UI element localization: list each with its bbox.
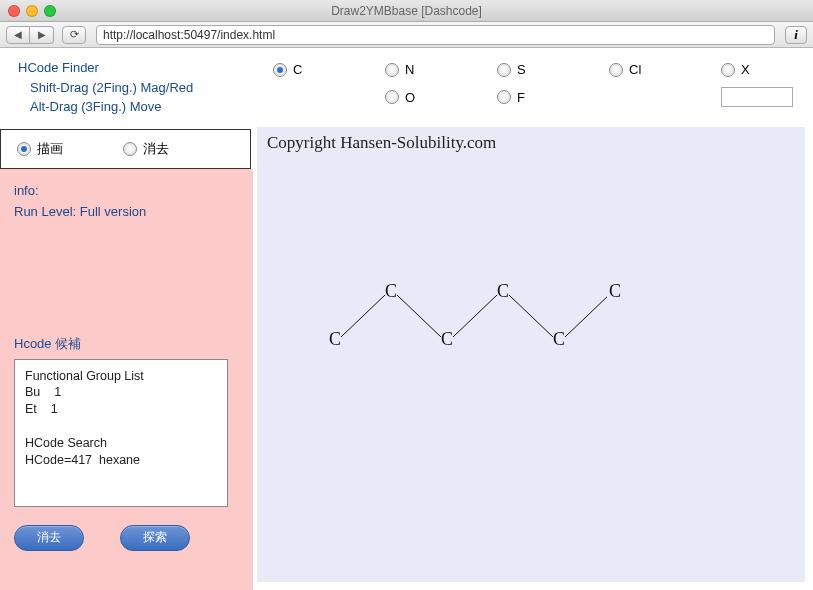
mode-erase-label: 消去 — [143, 140, 169, 158]
browser-toolbar: ◀ ▶ ⟳ i — [0, 22, 813, 48]
radio-icon — [123, 142, 137, 156]
info-button[interactable]: i — [785, 26, 807, 44]
zoom-window-button[interactable] — [44, 5, 56, 17]
radio-icon — [721, 63, 735, 77]
svg-line-2 — [453, 295, 497, 337]
element-f-radio[interactable]: F — [497, 90, 553, 105]
url-field[interactable] — [96, 25, 775, 45]
minimize-window-button[interactable] — [26, 5, 38, 17]
atom-c[interactable]: C — [385, 281, 397, 302]
radio-icon — [497, 90, 511, 104]
window-titlebar: Draw2YMBbase [Dashcode] — [0, 0, 813, 22]
mode-erase-radio[interactable]: 消去 — [123, 140, 169, 158]
custom-element-input[interactable] — [721, 87, 793, 107]
results-listbox[interactable]: Functional Group List Bu 1 Et 1 HCode Se… — [14, 359, 228, 507]
radio-icon — [609, 63, 623, 77]
app-title: HCode Finder — [18, 58, 235, 78]
element-cl-radio[interactable]: Cl — [609, 62, 665, 77]
info-panel: info: Run Level: Full version Hcode 候補 F… — [0, 169, 253, 591]
atom-c[interactable]: C — [609, 281, 621, 302]
mode-selector: 描画 消去 — [0, 129, 251, 169]
radio-icon — [17, 142, 31, 156]
element-o-radio[interactable]: O — [385, 90, 441, 105]
close-window-button[interactable] — [8, 5, 20, 17]
hint-shift-drag: Shift-Drag (2Fing.) Mag/Red — [18, 78, 235, 98]
copyright-text: Copyright Hansen-Solubility.com — [267, 133, 496, 153]
mode-draw-label: 描画 — [37, 140, 63, 158]
atom-c[interactable]: C — [497, 281, 509, 302]
radio-icon — [273, 63, 287, 77]
atom-c[interactable]: C — [329, 329, 341, 350]
svg-line-3 — [509, 295, 553, 337]
app-header: HCode Finder Shift-Drag (2Fing.) Mag/Red… — [0, 48, 253, 123]
run-level: Run Level: Full version — [14, 204, 239, 219]
window-title: Draw2YMBbase [Dashcode] — [0, 4, 813, 18]
radio-icon — [385, 63, 399, 77]
drawing-canvas[interactable]: Copyright Hansen-Solubility.com C C C C … — [257, 127, 805, 582]
element-x-radio[interactable]: X — [721, 62, 777, 77]
mode-draw-radio[interactable]: 描画 — [17, 140, 63, 158]
candidates-label: Hcode 候補 — [14, 335, 239, 353]
element-n-radio[interactable]: N — [385, 62, 441, 77]
svg-line-4 — [565, 295, 607, 337]
info-label: info: — [14, 183, 239, 198]
radio-icon — [497, 63, 511, 77]
atom-c[interactable]: C — [553, 329, 565, 350]
atom-c[interactable]: C — [441, 329, 453, 350]
clear-button[interactable]: 消去 — [14, 525, 84, 551]
svg-line-1 — [397, 295, 441, 337]
element-s-radio[interactable]: S — [497, 62, 553, 77]
element-picker: C N S Cl X . O F . — [253, 48, 813, 127]
radio-icon — [385, 90, 399, 104]
forward-button[interactable]: ▶ — [30, 26, 54, 44]
svg-line-0 — [341, 295, 385, 337]
back-button[interactable]: ◀ — [6, 26, 30, 44]
element-c-radio[interactable]: C — [273, 62, 329, 77]
search-button[interactable]: 探索 — [120, 525, 190, 551]
hint-alt-drag: Alt-Drag (3Fing.) Move — [18, 97, 235, 117]
reload-button[interactable]: ⟳ — [62, 26, 86, 44]
